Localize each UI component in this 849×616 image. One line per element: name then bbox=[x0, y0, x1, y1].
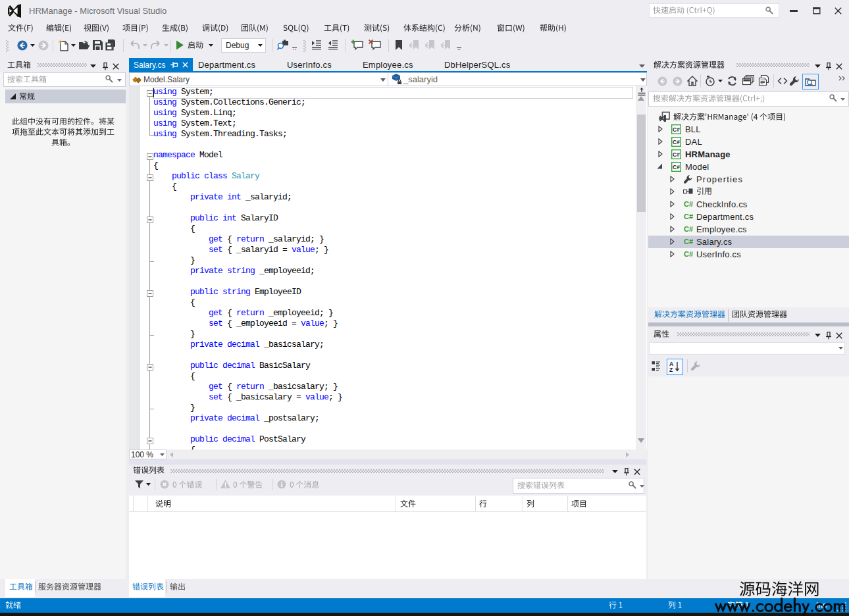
svg-text:C#: C# bbox=[673, 151, 680, 158]
svg-text:C#: C# bbox=[684, 200, 693, 208]
svg-text:Z: Z bbox=[669, 367, 673, 372]
svg-text:C#: C# bbox=[673, 139, 680, 145]
svg-text:C#: C# bbox=[684, 238, 693, 245]
svg-text:C#: C# bbox=[673, 126, 680, 133]
svg-text:C#: C# bbox=[684, 225, 693, 233]
svg-text:C#: C# bbox=[684, 250, 693, 258]
svg-text:C#: C# bbox=[684, 213, 693, 220]
svg-text:C#: C# bbox=[673, 164, 680, 170]
